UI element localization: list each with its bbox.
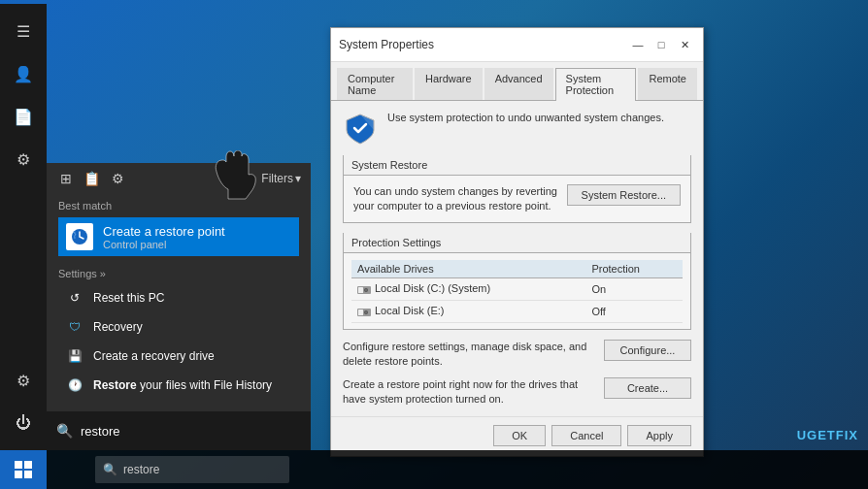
- menu-item-reset[interactable]: ↺ Reset this PC: [58, 283, 299, 312]
- drive-name-e: Local Disk (E:): [351, 300, 585, 322]
- start-sidebar: ☰ 👤 📄 ⚙ ⚙ ⏻: [0, 4, 47, 450]
- dialog-titlebar: System Properties — □ ✕: [331, 28, 703, 62]
- dialog-top-text: Use system protection to undo unwanted s…: [387, 111, 664, 125]
- menu-item-file-history-text: Restore your files with File History: [93, 378, 272, 392]
- drives-table-container: Available Drives Protection Local Disk (…: [344, 254, 690, 329]
- system-properties-dialog: System Properties — □ ✕ Computer Name Ha…: [330, 27, 704, 457]
- start-menu: ⊞ 📋 ⚙ Filters ▾ Best match: [47, 163, 311, 411]
- best-match-subtitle: Control panel: [103, 239, 225, 250]
- svg-rect-9: [15, 461, 22, 469]
- menu-item-file-history[interactable]: 🕐 Restore your files with File History: [58, 371, 299, 400]
- menu-item-recovery-drive[interactable]: 💾 Create a recovery drive: [58, 342, 299, 371]
- protection-settings-title: Protection Settings: [344, 233, 690, 253]
- documents-icon[interactable]: 📄: [4, 97, 43, 136]
- maximize-button[interactable]: □: [651, 34, 672, 55]
- dialog-body: Use system protection to undo unwanted s…: [331, 101, 703, 416]
- dialog-tabs: Computer Name Hardware Advanced System P…: [331, 62, 703, 101]
- best-match-title: Create a restore point: [103, 224, 225, 239]
- system-restore-title: System Restore: [344, 155, 690, 176]
- taskbar-search-text: restore: [123, 463, 159, 476]
- svg-point-8: [365, 311, 367, 313]
- menu-item-recovery-drive-text: Create a recovery drive: [93, 349, 215, 363]
- apply-button[interactable]: Apply: [627, 425, 691, 446]
- start-menu-icons: ⊞ 📋 ⚙: [60, 171, 124, 186]
- tab-hardware[interactable]: Hardware: [415, 68, 483, 100]
- cancel-button[interactable]: Cancel: [551, 425, 621, 446]
- settings-section: Settings » ↺ Reset this PC 🛡 Recovery 💾 …: [47, 260, 311, 404]
- desktop: ☰ 👤 📄 ⚙ ⚙ ⏻ ⊞ 📋 ⚙ Filters ▾ Best match: [0, 0, 868, 489]
- watermark-prefix: UG: [797, 428, 818, 442]
- best-match-text: Create a restore point Control panel: [103, 224, 225, 250]
- svg-rect-6: [358, 310, 363, 315]
- dialog-controls: — □ ✕: [627, 34, 695, 55]
- drive-c-icon: Local Disk (C:) (System): [357, 282, 490, 294]
- menu-item-recovery[interactable]: 🛡 Recovery: [58, 312, 299, 342]
- settings-sidebar-icon[interactable]: ⚙: [4, 140, 43, 179]
- configure-row: Configure restore settings, manage disk …: [343, 340, 691, 370]
- drive-c-protection: On: [585, 277, 683, 300]
- start-button[interactable]: [0, 450, 47, 489]
- dialog-title: System Properties: [339, 38, 434, 51]
- system-restore-section: System Restore You can undo system chang…: [343, 155, 691, 223]
- svg-rect-2: [358, 287, 363, 293]
- doc-icon[interactable]: 📋: [83, 171, 100, 186]
- hamburger-menu[interactable]: ☰: [4, 12, 43, 50]
- drive-name-c: Local Disk (C:) (System): [351, 277, 585, 300]
- configure-text: Configure restore settings, manage disk …: [343, 340, 596, 370]
- search-input[interactable]: [81, 424, 301, 439]
- recovery-drive-icon: 💾: [66, 347, 83, 365]
- search-bar: 🔍: [47, 411, 311, 450]
- shield-large-icon: [343, 111, 378, 146]
- system-restore-text: You can undo system changes by reverting…: [353, 184, 559, 214]
- svg-rect-11: [15, 471, 22, 478]
- close-button[interactable]: ✕: [674, 34, 695, 55]
- create-button[interactable]: Create...: [604, 377, 691, 399]
- taskbar: 🔍 restore: [0, 450, 868, 489]
- gear-small-icon[interactable]: ⚙: [112, 171, 124, 186]
- watermark: UGETFIX: [797, 428, 858, 442]
- recovery-icon: 🛡: [66, 318, 83, 336]
- tab-remote[interactable]: Remote: [638, 68, 697, 100]
- drive-e-protection: Off: [585, 300, 683, 322]
- settings-label: Settings »: [58, 268, 299, 279]
- system-restore-content: You can undo system changes by reverting…: [344, 177, 690, 222]
- drive-e-icon: Local Disk (E:): [357, 305, 445, 316]
- search-icon: 🔍: [56, 423, 73, 439]
- drives-table: Available Drives Protection Local Disk (…: [351, 260, 683, 323]
- taskbar-search-area[interactable]: 🔍 restore: [95, 456, 289, 483]
- col-protection: Protection: [585, 260, 683, 278]
- svg-rect-12: [24, 471, 32, 478]
- configure-button[interactable]: Configure...: [604, 340, 691, 361]
- create-text: Create a restore point right now for the…: [343, 377, 596, 408]
- tab-advanced[interactable]: Advanced: [484, 68, 553, 100]
- table-row[interactable]: Local Disk (C:) (System) On: [351, 277, 683, 300]
- tab-system-protection[interactable]: System Protection: [555, 68, 637, 101]
- power-icon[interactable]: ⏻: [4, 404, 43, 442]
- watermark-highlight: E: [818, 428, 827, 442]
- settings-icon[interactable]: ⚙: [4, 361, 43, 400]
- ok-button[interactable]: OK: [493, 425, 546, 446]
- restore-point-icon: [66, 223, 93, 250]
- filters-button[interactable]: Filters ▾: [261, 172, 301, 185]
- menu-item-reset-text: Reset this PC: [93, 291, 164, 305]
- best-match-item[interactable]: Create a restore point Control panel: [58, 217, 299, 256]
- create-row: Create a restore point right now for the…: [343, 377, 691, 408]
- reset-icon: ↺: [66, 289, 83, 307]
- svg-rect-10: [24, 461, 32, 469]
- taskbar-search-icon: 🔍: [103, 463, 117, 476]
- menu-item-recovery-text: Recovery: [93, 320, 143, 334]
- user-icon[interactable]: 👤: [4, 54, 43, 93]
- best-match-label: Best match: [58, 200, 299, 212]
- file-history-icon: 🕐: [66, 376, 83, 394]
- start-menu-header: ⊞ 📋 ⚙ Filters ▾: [47, 163, 311, 194]
- tab-computer-name[interactable]: Computer Name: [337, 68, 413, 100]
- col-drives: Available Drives: [351, 260, 585, 278]
- watermark-suffix: TFIX: [827, 428, 858, 442]
- protection-settings-section: Protection Settings Available Drives Pro…: [343, 233, 691, 330]
- grid-icon[interactable]: ⊞: [60, 171, 72, 186]
- minimize-button[interactable]: —: [627, 34, 649, 55]
- best-match-section: Best match Create a restore point Contro…: [47, 194, 311, 260]
- system-restore-button[interactable]: System Restore...: [567, 184, 681, 206]
- dialog-top-area: Use system protection to undo unwanted s…: [343, 111, 691, 146]
- table-row[interactable]: Local Disk (E:) Off: [351, 300, 683, 322]
